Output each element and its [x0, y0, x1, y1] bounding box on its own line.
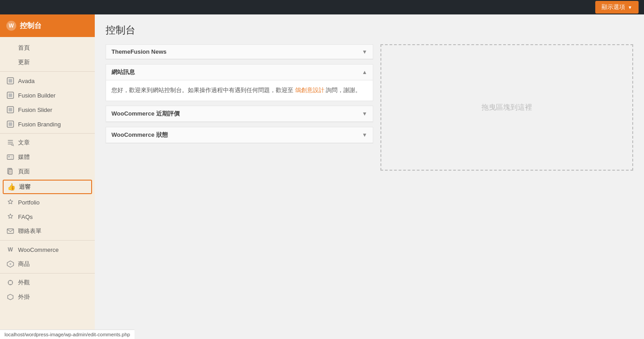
nav-link-fusion-branding[interactable]: Fusion Branding: [0, 117, 95, 131]
sidebar-item-media[interactable]: 媒體: [0, 150, 95, 164]
sidebar-title: 控制台: [20, 21, 42, 31]
chevron-down-icon: ▼: [628, 5, 632, 10]
widget-title-themefusion: ThemeFusion News: [111, 48, 167, 55]
nav-divider-4: [0, 273, 95, 274]
widget-body-site-info: 您好，歡迎來到網站控制台。如果操作過程中有遇到任何問題，歡迎至 鴿創意設計 詢問…: [106, 80, 373, 101]
wordpress-icon: W: [6, 21, 16, 31]
nav-link-avada[interactable]: Avada: [0, 74, 95, 88]
svg-rect-10: [8, 156, 10, 158]
svg-rect-1: [9, 79, 12, 83]
svg-rect-5: [9, 108, 12, 111]
sidebar-item-articles[interactable]: 文章: [0, 135, 95, 150]
widget-header-woo-reviews: WooCommerce 近期評價 ▼: [106, 106, 373, 122]
pages-icon: [6, 167, 14, 176]
nav-label-faqs: FAQs: [18, 214, 33, 220]
top-bar: 顯示選項 ▼: [0, 0, 644, 14]
contact-icon: [6, 227, 14, 235]
page-title: 控制台: [106, 23, 633, 37]
widget-toggle-woo-status[interactable]: ▼: [362, 132, 367, 138]
products-icon: [6, 260, 14, 268]
avada-icon: [6, 77, 14, 85]
widget-title-site-info: 網站訊息: [111, 68, 135, 76]
nav-link-woocommerce[interactable]: W WooCommerce: [0, 242, 95, 257]
nav-label-appearance: 外觀: [18, 279, 30, 287]
nav-link-faqs[interactable]: FAQs: [0, 209, 95, 224]
nav-link-portfolio[interactable]: Portfolio: [0, 195, 95, 209]
status-bar: localhost/wordpress-image/wp-admin/edit-…: [0, 330, 134, 339]
chevron-down-icon: ▼: [362, 132, 367, 138]
fusion-slider-icon: [6, 106, 14, 114]
sidebar-item-home[interactable]: 首頁: [0, 41, 95, 55]
portfolio-icon: [6, 198, 14, 206]
nav-link-appearance[interactable]: 外觀: [0, 275, 95, 290]
widgets-left: ThemeFusion News ▼ 網站訊息 ▲: [106, 44, 373, 171]
sidebar-item-contact[interactable]: 聯絡表單: [0, 224, 95, 238]
sidebar-item-woocommerce[interactable]: W WooCommerce: [0, 242, 95, 257]
nav-link-contact[interactable]: 聯絡表單: [0, 224, 95, 238]
app-layout: W 控制台 首頁 更新: [0, 14, 644, 339]
nav-label-woocommerce: WooCommerce: [18, 246, 59, 253]
nav-label-contact: 聯絡表單: [18, 227, 42, 235]
media-icon: [6, 153, 14, 161]
sidebar-item-plugins[interactable]: 外掛: [0, 290, 95, 304]
updates-icon: [6, 58, 14, 66]
site-info-prefix: 您好，歡迎來到網站控制台。如果操作過程中有遇到任何問題，歡迎至: [111, 87, 295, 93]
display-options-button[interactable]: 顯示選項 ▼: [595, 1, 639, 14]
widget-toggle-themefusion[interactable]: ▼: [362, 49, 367, 55]
appearance-icon: [6, 279, 14, 287]
nav-label-pages: 頁面: [18, 167, 30, 176]
main-content: 控制台 ThemeFusion News ▼ 網站訊息: [95, 14, 644, 339]
display-options-label: 顯示選項: [602, 3, 625, 11]
sidebar-item-fusion-builder[interactable]: Fusion Builder: [0, 88, 95, 102]
sidebar-item-avada[interactable]: Avada: [0, 74, 95, 88]
plugins-icon: [6, 293, 14, 301]
nav-link-comments[interactable]: 👍 迴響: [3, 180, 92, 194]
nav-label-products: 商品: [18, 260, 30, 268]
nav-divider-3: [0, 240, 95, 241]
nav-link-media[interactable]: 媒體: [0, 150, 95, 164]
home-icon: [6, 44, 14, 52]
sidebar: W 控制台 首頁 更新: [0, 14, 95, 339]
comments-icon: 👍: [7, 183, 15, 191]
fusion-builder-icon: [6, 91, 14, 99]
articles-icon: [6, 139, 14, 147]
site-info-link[interactable]: 鴿創意設計: [295, 87, 324, 93]
sidebar-item-comments[interactable]: 👍 迴響: [0, 180, 95, 194]
sidebar-item-updates[interactable]: 更新: [0, 55, 95, 70]
nav-link-plugins[interactable]: 外掛: [0, 290, 95, 304]
drop-zone-label: 拖曳區塊到這裡: [482, 103, 532, 112]
widget-toggle-site-info[interactable]: ▲: [362, 69, 367, 75]
chevron-down-icon: ▼: [362, 111, 367, 117]
sidebar-item-faqs[interactable]: FAQs: [0, 209, 95, 224]
faqs-icon: [6, 213, 14, 221]
widget-woo-status: WooCommerce 狀態 ▼: [106, 127, 373, 144]
chevron-up-icon: ▲: [362, 69, 367, 75]
svg-rect-3: [9, 93, 12, 97]
sidebar-item-fusion-branding[interactable]: Fusion Branding: [0, 117, 95, 131]
widget-header-woo-status: WooCommerce 狀態 ▼: [106, 127, 373, 143]
nav-link-products[interactable]: 商品: [0, 257, 95, 271]
nav-link-updates[interactable]: 更新: [0, 55, 95, 70]
widgets-right: 拖曳區塊到這裡: [380, 44, 633, 171]
nav-link-articles[interactable]: 文章: [0, 135, 95, 150]
nav-label-avada: Avada: [18, 78, 35, 84]
sidebar-nav: 首頁 更新 Avada: [0, 37, 95, 308]
widget-woo-reviews: WooCommerce 近期評價 ▼: [106, 106, 373, 122]
sidebar-item-fusion-slider[interactable]: Fusion Slider: [0, 102, 95, 117]
nav-link-pages[interactable]: 頁面: [0, 164, 95, 179]
widget-title-woo-reviews: WooCommerce 近期評價: [111, 110, 180, 118]
nav-label-plugins: 外掛: [18, 293, 30, 301]
sidebar-item-products[interactable]: 商品: [0, 257, 95, 271]
sidebar-item-appearance[interactable]: 外觀: [0, 275, 95, 290]
nav-link-home[interactable]: 首頁: [0, 41, 95, 55]
widget-header-site-info: 網站訊息 ▲: [106, 65, 373, 80]
site-info-suffix: 詢問，謝謝。: [324, 87, 361, 93]
nav-link-fusion-builder[interactable]: Fusion Builder: [0, 88, 95, 102]
nav-link-fusion-slider[interactable]: Fusion Slider: [0, 102, 95, 117]
nav-label-portfolio: Portfolio: [18, 199, 40, 206]
sidebar-item-pages[interactable]: 頁面: [0, 164, 95, 179]
widget-toggle-woo-reviews[interactable]: ▼: [362, 111, 367, 117]
sidebar-item-portfolio[interactable]: Portfolio: [0, 195, 95, 209]
drop-zone[interactable]: 拖曳區塊到這裡: [380, 44, 633, 171]
svg-point-15: [9, 263, 11, 265]
